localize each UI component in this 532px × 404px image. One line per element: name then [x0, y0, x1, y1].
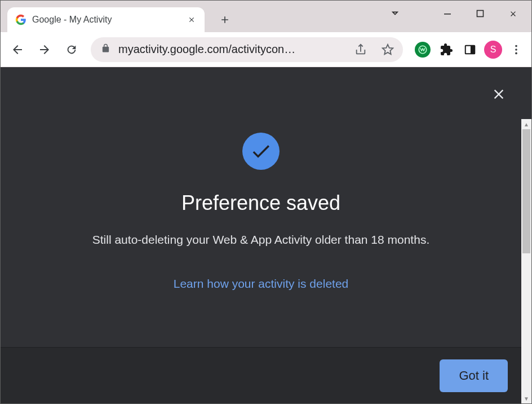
preference-saved-dialog: Preference saved Still auto-deleting you… [1, 67, 521, 403]
extension-green-icon[interactable] [413, 40, 432, 59]
new-tab-button[interactable] [215, 10, 235, 30]
svg-point-2 [419, 46, 427, 54]
chrome-menu-icon[interactable] [507, 40, 526, 59]
profile-avatar[interactable]: S [484, 41, 502, 59]
bookmark-star-icon[interactable] [378, 40, 397, 59]
tab-title: Google - My Activity [32, 15, 181, 25]
window-minimize-button[interactable] [431, 2, 464, 25]
reload-button[interactable] [60, 38, 83, 61]
tab-close-icon[interactable] [187, 15, 197, 25]
got-it-button[interactable]: Got it [440, 359, 508, 392]
tab-search-chevron-icon[interactable] [389, 7, 401, 21]
window-close-button[interactable] [496, 2, 529, 25]
svg-rect-0 [444, 14, 451, 15]
scrollbar[interactable]: ▲ ▼ [521, 119, 531, 403]
page-viewport: Preference saved Still auto-deleting you… [1, 67, 531, 403]
dialog-footer: Got it [1, 347, 521, 403]
svg-point-6 [515, 49, 517, 51]
learn-more-link[interactable]: Learn how your activity is deleted [174, 277, 349, 291]
extensions-row: S [411, 40, 526, 59]
scrollbar-thumb[interactable] [522, 129, 530, 253]
side-panel-icon[interactable] [460, 40, 480, 59]
google-favicon-icon [15, 14, 26, 25]
back-button[interactable] [6, 38, 29, 61]
url-text: myactivity.google.com/activitycon… [118, 43, 343, 56]
address-bar[interactable]: myactivity.google.com/activitycon… [91, 37, 403, 62]
dialog-subtitle: Still auto-deleting your Web & App Activ… [1, 233, 521, 247]
svg-point-5 [515, 45, 517, 47]
window-maximize-button[interactable] [464, 2, 496, 25]
svg-rect-1 [477, 11, 484, 17]
browser-tab[interactable]: Google - My Activity [7, 7, 205, 32]
checkmark-badge-icon [242, 133, 280, 170]
dialog-title: Preference saved [1, 191, 521, 215]
window-controls [431, 1, 529, 27]
scrollbar-up-icon[interactable]: ▲ [521, 119, 531, 129]
forward-button[interactable] [33, 38, 56, 61]
share-icon[interactable] [351, 40, 370, 59]
browser-toolbar: myactivity.google.com/activitycon… S [1, 32, 531, 67]
svg-rect-4 [471, 45, 475, 54]
extensions-puzzle-icon[interactable] [437, 40, 456, 59]
lock-icon [101, 43, 110, 55]
scrollbar-down-icon[interactable]: ▼ [521, 393, 531, 403]
dialog-close-button[interactable] [487, 83, 510, 106]
dialog-body: Preference saved Still auto-deleting you… [1, 67, 521, 347]
avatar-initial: S [490, 45, 496, 55]
svg-point-7 [515, 52, 517, 54]
tab-strip: Google - My Activity [1, 1, 531, 32]
